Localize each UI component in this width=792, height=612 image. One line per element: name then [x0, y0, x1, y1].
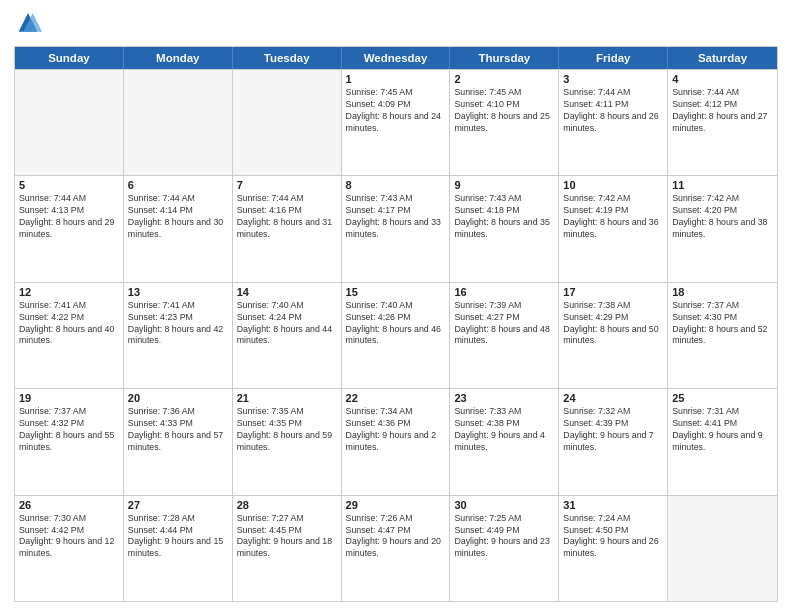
day-cell-30: 30Sunrise: 7:25 AMSunset: 4:49 PMDayligh…	[450, 496, 559, 601]
day-number: 1	[346, 73, 446, 85]
day-number: 28	[237, 499, 337, 511]
day-info: Sunrise: 7:45 AMSunset: 4:09 PMDaylight:…	[346, 87, 446, 135]
day-cell-29: 29Sunrise: 7:26 AMSunset: 4:47 PMDayligh…	[342, 496, 451, 601]
day-info: Sunrise: 7:35 AMSunset: 4:35 PMDaylight:…	[237, 406, 337, 454]
day-cell-6: 6Sunrise: 7:44 AMSunset: 4:14 PMDaylight…	[124, 176, 233, 281]
header	[14, 10, 778, 38]
day-number: 13	[128, 286, 228, 298]
day-number: 31	[563, 499, 663, 511]
day-cell-2: 2Sunrise: 7:45 AMSunset: 4:10 PMDaylight…	[450, 70, 559, 175]
day-info: Sunrise: 7:43 AMSunset: 4:18 PMDaylight:…	[454, 193, 554, 241]
day-number: 17	[563, 286, 663, 298]
day-info: Sunrise: 7:28 AMSunset: 4:44 PMDaylight:…	[128, 513, 228, 561]
day-info: Sunrise: 7:37 AMSunset: 4:30 PMDaylight:…	[672, 300, 773, 348]
calendar-week-5: 26Sunrise: 7:30 AMSunset: 4:42 PMDayligh…	[15, 495, 777, 601]
day-info: Sunrise: 7:44 AMSunset: 4:11 PMDaylight:…	[563, 87, 663, 135]
day-number: 16	[454, 286, 554, 298]
day-of-week-monday: Monday	[124, 47, 233, 69]
empty-cell	[124, 70, 233, 175]
day-info: Sunrise: 7:38 AMSunset: 4:29 PMDaylight:…	[563, 300, 663, 348]
day-info: Sunrise: 7:27 AMSunset: 4:45 PMDaylight:…	[237, 513, 337, 561]
day-cell-16: 16Sunrise: 7:39 AMSunset: 4:27 PMDayligh…	[450, 283, 559, 388]
day-info: Sunrise: 7:31 AMSunset: 4:41 PMDaylight:…	[672, 406, 773, 454]
day-info: Sunrise: 7:44 AMSunset: 4:13 PMDaylight:…	[19, 193, 119, 241]
day-number: 8	[346, 179, 446, 191]
day-number: 19	[19, 392, 119, 404]
day-info: Sunrise: 7:42 AMSunset: 4:19 PMDaylight:…	[563, 193, 663, 241]
day-info: Sunrise: 7:44 AMSunset: 4:12 PMDaylight:…	[672, 87, 773, 135]
day-of-week-saturday: Saturday	[668, 47, 777, 69]
calendar-week-4: 19Sunrise: 7:37 AMSunset: 4:32 PMDayligh…	[15, 388, 777, 494]
day-info: Sunrise: 7:44 AMSunset: 4:16 PMDaylight:…	[237, 193, 337, 241]
day-info: Sunrise: 7:40 AMSunset: 4:26 PMDaylight:…	[346, 300, 446, 348]
day-cell-17: 17Sunrise: 7:38 AMSunset: 4:29 PMDayligh…	[559, 283, 668, 388]
day-number: 26	[19, 499, 119, 511]
day-info: Sunrise: 7:25 AMSunset: 4:49 PMDaylight:…	[454, 513, 554, 561]
day-cell-12: 12Sunrise: 7:41 AMSunset: 4:22 PMDayligh…	[15, 283, 124, 388]
day-number: 23	[454, 392, 554, 404]
empty-cell	[15, 70, 124, 175]
day-cell-10: 10Sunrise: 7:42 AMSunset: 4:19 PMDayligh…	[559, 176, 668, 281]
day-info: Sunrise: 7:32 AMSunset: 4:39 PMDaylight:…	[563, 406, 663, 454]
day-number: 5	[19, 179, 119, 191]
day-info: Sunrise: 7:44 AMSunset: 4:14 PMDaylight:…	[128, 193, 228, 241]
day-number: 6	[128, 179, 228, 191]
day-number: 21	[237, 392, 337, 404]
day-number: 14	[237, 286, 337, 298]
logo-icon	[14, 10, 42, 38]
day-number: 18	[672, 286, 773, 298]
day-info: Sunrise: 7:26 AMSunset: 4:47 PMDaylight:…	[346, 513, 446, 561]
day-cell-13: 13Sunrise: 7:41 AMSunset: 4:23 PMDayligh…	[124, 283, 233, 388]
day-number: 12	[19, 286, 119, 298]
day-number: 2	[454, 73, 554, 85]
day-cell-11: 11Sunrise: 7:42 AMSunset: 4:20 PMDayligh…	[668, 176, 777, 281]
logo	[14, 10, 44, 38]
day-number: 20	[128, 392, 228, 404]
empty-cell	[668, 496, 777, 601]
day-info: Sunrise: 7:39 AMSunset: 4:27 PMDaylight:…	[454, 300, 554, 348]
day-of-week-sunday: Sunday	[15, 47, 124, 69]
day-cell-8: 8Sunrise: 7:43 AMSunset: 4:17 PMDaylight…	[342, 176, 451, 281]
day-number: 7	[237, 179, 337, 191]
day-cell-23: 23Sunrise: 7:33 AMSunset: 4:38 PMDayligh…	[450, 389, 559, 494]
day-info: Sunrise: 7:42 AMSunset: 4:20 PMDaylight:…	[672, 193, 773, 241]
day-info: Sunrise: 7:40 AMSunset: 4:24 PMDaylight:…	[237, 300, 337, 348]
day-info: Sunrise: 7:41 AMSunset: 4:23 PMDaylight:…	[128, 300, 228, 348]
day-cell-28: 28Sunrise: 7:27 AMSunset: 4:45 PMDayligh…	[233, 496, 342, 601]
day-cell-3: 3Sunrise: 7:44 AMSunset: 4:11 PMDaylight…	[559, 70, 668, 175]
day-of-week-thursday: Thursday	[450, 47, 559, 69]
day-info: Sunrise: 7:37 AMSunset: 4:32 PMDaylight:…	[19, 406, 119, 454]
day-number: 11	[672, 179, 773, 191]
day-number: 25	[672, 392, 773, 404]
day-number: 24	[563, 392, 663, 404]
day-info: Sunrise: 7:41 AMSunset: 4:22 PMDaylight:…	[19, 300, 119, 348]
calendar-body: 1Sunrise: 7:45 AMSunset: 4:09 PMDaylight…	[15, 69, 777, 601]
day-number: 3	[563, 73, 663, 85]
day-cell-19: 19Sunrise: 7:37 AMSunset: 4:32 PMDayligh…	[15, 389, 124, 494]
day-cell-21: 21Sunrise: 7:35 AMSunset: 4:35 PMDayligh…	[233, 389, 342, 494]
day-cell-20: 20Sunrise: 7:36 AMSunset: 4:33 PMDayligh…	[124, 389, 233, 494]
day-cell-18: 18Sunrise: 7:37 AMSunset: 4:30 PMDayligh…	[668, 283, 777, 388]
day-number: 9	[454, 179, 554, 191]
day-number: 22	[346, 392, 446, 404]
day-info: Sunrise: 7:45 AMSunset: 4:10 PMDaylight:…	[454, 87, 554, 135]
calendar-header-row: SundayMondayTuesdayWednesdayThursdayFrid…	[15, 47, 777, 69]
day-cell-14: 14Sunrise: 7:40 AMSunset: 4:24 PMDayligh…	[233, 283, 342, 388]
day-cell-5: 5Sunrise: 7:44 AMSunset: 4:13 PMDaylight…	[15, 176, 124, 281]
day-number: 30	[454, 499, 554, 511]
day-cell-7: 7Sunrise: 7:44 AMSunset: 4:16 PMDaylight…	[233, 176, 342, 281]
day-cell-27: 27Sunrise: 7:28 AMSunset: 4:44 PMDayligh…	[124, 496, 233, 601]
day-of-week-wednesday: Wednesday	[342, 47, 451, 69]
day-cell-15: 15Sunrise: 7:40 AMSunset: 4:26 PMDayligh…	[342, 283, 451, 388]
day-cell-9: 9Sunrise: 7:43 AMSunset: 4:18 PMDaylight…	[450, 176, 559, 281]
empty-cell	[233, 70, 342, 175]
calendar: SundayMondayTuesdayWednesdayThursdayFrid…	[14, 46, 778, 602]
day-info: Sunrise: 7:33 AMSunset: 4:38 PMDaylight:…	[454, 406, 554, 454]
day-cell-22: 22Sunrise: 7:34 AMSunset: 4:36 PMDayligh…	[342, 389, 451, 494]
day-of-week-friday: Friday	[559, 47, 668, 69]
day-info: Sunrise: 7:43 AMSunset: 4:17 PMDaylight:…	[346, 193, 446, 241]
day-cell-26: 26Sunrise: 7:30 AMSunset: 4:42 PMDayligh…	[15, 496, 124, 601]
day-number: 10	[563, 179, 663, 191]
page: SundayMondayTuesdayWednesdayThursdayFrid…	[0, 0, 792, 612]
day-of-week-tuesday: Tuesday	[233, 47, 342, 69]
